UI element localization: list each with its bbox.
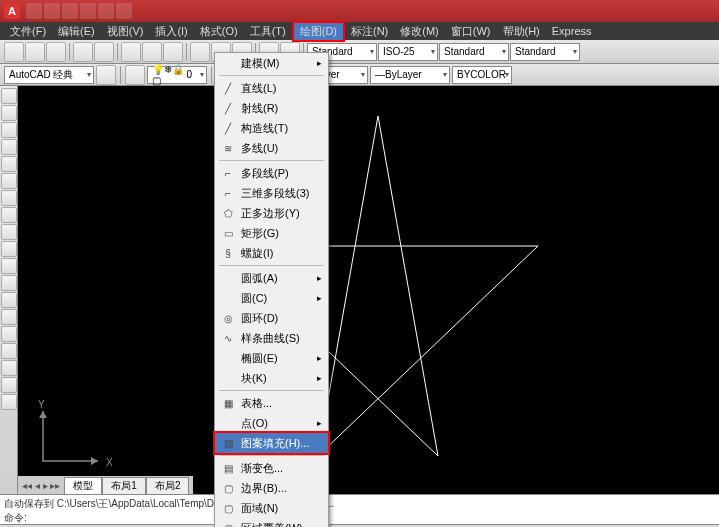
app-logo[interactable]: A xyxy=(4,3,20,19)
new-icon[interactable] xyxy=(4,42,24,62)
menu-item-label: 圆弧(A) xyxy=(241,271,278,286)
menu-item-m[interactable]: 建模(M) xyxy=(215,53,328,73)
menu-draw[interactable]: 绘图(D) xyxy=(292,21,345,42)
standard-toolbar: Standard ISO-25 Standard Standard xyxy=(0,40,719,64)
tab-nav-buttons[interactable]: ◂◂ ◂ ▸ ▸▸ xyxy=(22,480,60,491)
tab-layout1[interactable]: 布局1 xyxy=(102,477,146,494)
command-line[interactable]: 自动保存到 C:\Users\王\AppData\Local\Temp\Draw… xyxy=(0,494,719,524)
spline-icon[interactable] xyxy=(1,224,17,240)
model-space[interactable]: Y X ◂◂ ◂ ▸ ▸▸ 模型 布局1 布局2 xyxy=(18,86,719,494)
mleader-style-combo[interactable]: Standard xyxy=(510,43,580,61)
menu-item-w[interactable]: ▢区域覆盖(W) xyxy=(215,518,328,527)
line-icon[interactable] xyxy=(1,88,17,104)
qat-save-icon[interactable] xyxy=(62,3,78,19)
pline-icon[interactable] xyxy=(1,122,17,138)
table-icon[interactable] xyxy=(1,377,17,393)
hatch-icon[interactable] xyxy=(1,326,17,342)
arc-icon[interactable] xyxy=(1,173,17,189)
menu-separator xyxy=(219,265,324,266)
menu-item-icon xyxy=(219,55,237,71)
qat-open-icon[interactable] xyxy=(44,3,60,19)
menu-item-b[interactable]: ▢边界(B)... xyxy=(215,478,328,498)
revcloud-icon[interactable] xyxy=(1,207,17,223)
menu-item-label: 构造线(T) xyxy=(241,121,288,136)
polygon-icon[interactable] xyxy=(1,139,17,155)
menu-file[interactable]: 文件(F) xyxy=(4,23,52,40)
menu-edit[interactable]: 编辑(E) xyxy=(52,23,101,40)
menu-item-n[interactable]: ▢面域(N) xyxy=(215,498,328,518)
menu-help[interactable]: 帮助(H) xyxy=(497,23,546,40)
dim-style-combo[interactable]: ISO-25 xyxy=(378,43,438,61)
qat-undo-icon[interactable] xyxy=(80,3,96,19)
workspace-toolbar: AutoCAD 经典 💡❄🔒▢ 0 ▢ ByLayer — ByLayer — … xyxy=(0,64,719,86)
menu-item-l[interactable]: ╱直线(L) xyxy=(215,78,328,98)
qat-new-icon[interactable] xyxy=(26,3,42,19)
menu-item-icon xyxy=(219,350,237,366)
qat-print-icon[interactable] xyxy=(116,3,132,19)
menu-item-o[interactable]: 点(O) xyxy=(215,413,328,433)
menu-insert[interactable]: 插入(I) xyxy=(149,23,193,40)
preview-icon[interactable] xyxy=(94,42,114,62)
layer-props-icon[interactable] xyxy=(125,65,145,85)
menu-item-icon: ▤ xyxy=(219,460,237,476)
menu-format[interactable]: 格式(O) xyxy=(194,23,244,40)
menu-item-k[interactable]: 块(K) xyxy=(215,368,328,388)
menu-item-t[interactable]: ╱构造线(T) xyxy=(215,118,328,138)
menu-item-label: 边界(B)... xyxy=(241,481,287,496)
menu-item-icon: ▭ xyxy=(219,225,237,241)
menu-item-[interactable]: ▦表格... xyxy=(215,393,328,413)
layer-combo[interactable]: 💡❄🔒▢ 0 xyxy=(147,66,207,84)
layout-tabs: ◂◂ ◂ ▸ ▸▸ 模型 布局1 布局2 xyxy=(18,476,193,494)
lineweight-combo[interactable]: — ByLayer xyxy=(370,66,450,84)
tab-layout2[interactable]: 布局2 xyxy=(146,477,190,494)
menu-tools[interactable]: 工具(T) xyxy=(244,23,292,40)
workspace-combo[interactable]: AutoCAD 经典 xyxy=(4,66,94,84)
menu-item-[interactable]: ▤渐变色... xyxy=(215,458,328,478)
menu-view[interactable]: 视图(V) xyxy=(101,23,150,40)
gradient-icon[interactable] xyxy=(1,343,17,359)
menu-item-c[interactable]: 圆(C) xyxy=(215,288,328,308)
ellipse-arc-icon[interactable] xyxy=(1,258,17,274)
menu-item-d[interactable]: ◎圆环(D) xyxy=(215,308,328,328)
make-block-icon[interactable] xyxy=(1,292,17,308)
menu-item-g[interactable]: ▭矩形(G) xyxy=(215,223,328,243)
menu-item-e[interactable]: 椭圆(E) xyxy=(215,348,328,368)
menu-item-u[interactable]: ≋多线(U) xyxy=(215,138,328,158)
draw-toolbar xyxy=(0,86,18,494)
menu-item-label: 块(K) xyxy=(241,371,267,386)
menu-item-icon: ⌐ xyxy=(219,185,237,201)
menu-item-i[interactable]: §螺旋(I) xyxy=(215,243,328,263)
xline-icon[interactable] xyxy=(1,105,17,121)
menu-express[interactable]: Express xyxy=(546,24,598,38)
open-icon[interactable] xyxy=(25,42,45,62)
match-props-icon[interactable] xyxy=(190,42,210,62)
menu-window[interactable]: 窗口(W) xyxy=(445,23,497,40)
cut-icon[interactable] xyxy=(121,42,141,62)
plot-icon[interactable] xyxy=(73,42,93,62)
menu-item-3[interactable]: ⌐三维多段线(3) xyxy=(215,183,328,203)
region-icon[interactable] xyxy=(1,360,17,376)
tab-model[interactable]: 模型 xyxy=(64,477,102,494)
qat-redo-icon[interactable] xyxy=(98,3,114,19)
menu-dimension[interactable]: 标注(N) xyxy=(345,23,394,40)
menu-item-a[interactable]: 圆弧(A) xyxy=(215,268,328,288)
menu-item-h[interactable]: ▨图案填充(H)... xyxy=(215,433,328,453)
menu-item-r[interactable]: ╱射线(R) xyxy=(215,98,328,118)
point-icon[interactable] xyxy=(1,309,17,325)
menu-item-label: 面域(N) xyxy=(241,501,278,516)
rectangle-icon[interactable] xyxy=(1,156,17,172)
menu-modify[interactable]: 修改(M) xyxy=(394,23,445,40)
paste-icon[interactable] xyxy=(163,42,183,62)
menu-item-p[interactable]: ⌐多段线(P) xyxy=(215,163,328,183)
plotstyle-combo[interactable]: BYCOLOR xyxy=(452,66,512,84)
menu-item-s[interactable]: ∿样条曲线(S) xyxy=(215,328,328,348)
insert-block-icon[interactable] xyxy=(1,275,17,291)
circle-icon[interactable] xyxy=(1,190,17,206)
menu-item-y[interactable]: ⬠正多边形(Y) xyxy=(215,203,328,223)
copy-icon[interactable] xyxy=(142,42,162,62)
mtext-icon[interactable] xyxy=(1,394,17,410)
save-icon[interactable] xyxy=(46,42,66,62)
table-style-combo[interactable]: Standard xyxy=(439,43,509,61)
workspace-settings-icon[interactable] xyxy=(96,65,116,85)
ellipse-icon[interactable] xyxy=(1,241,17,257)
